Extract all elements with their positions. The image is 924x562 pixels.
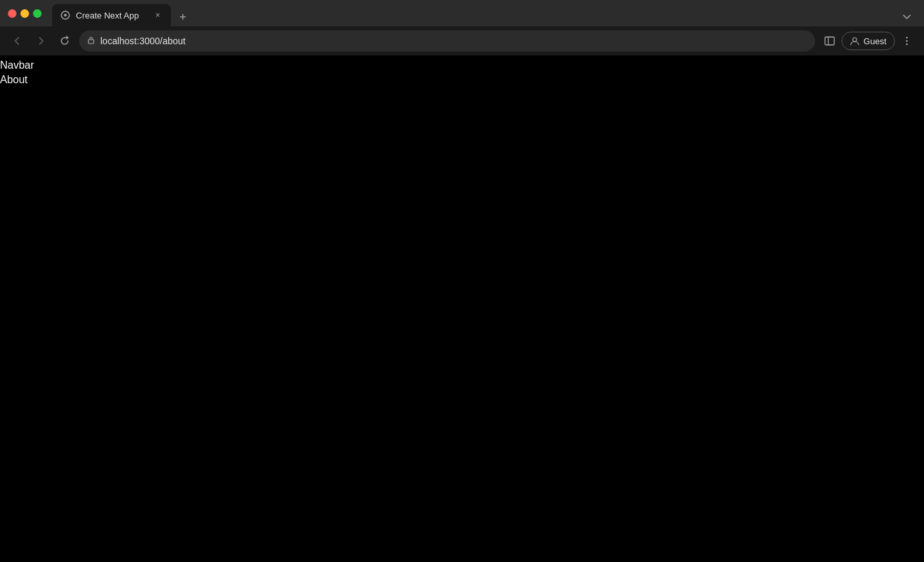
reload-button[interactable] [55, 32, 74, 50]
nav-actions: Guest [820, 32, 916, 50]
address-bar[interactable]: localhost:3000/about [79, 30, 815, 52]
page-content: Navbar About [0, 55, 924, 562]
maximize-window-button[interactable] [33, 9, 42, 18]
lock-icon [87, 36, 95, 46]
tab-title: Create Next App [76, 11, 147, 20]
back-button[interactable] [8, 32, 26, 50]
page-about-text: About [0, 73, 924, 87]
minimize-window-button[interactable] [20, 9, 29, 18]
svg-point-5 [853, 38, 857, 42]
svg-rect-3 [825, 37, 834, 45]
svg-rect-2 [88, 40, 94, 44]
tab-expand-button[interactable] [898, 8, 916, 26]
navigation-bar: localhost:3000/about Guest [0, 26, 924, 55]
more-options-button[interactable] [898, 32, 916, 50]
tab-bar: Create Next App × + [52, 0, 916, 26]
title-bar: Create Next App × + [0, 0, 924, 26]
guest-button[interactable]: Guest [842, 32, 895, 50]
svg-point-8 [906, 44, 908, 46]
tab-favicon-icon [60, 10, 71, 20]
active-tab[interactable]: Create Next App × [52, 4, 171, 26]
sidebar-toggle-button[interactable] [820, 32, 839, 50]
tab-close-button[interactable]: × [152, 10, 163, 20]
forward-button[interactable] [32, 32, 50, 50]
new-tab-button[interactable]: + [174, 8, 192, 26]
url-text: localhost:3000/about [100, 36, 807, 46]
svg-point-7 [906, 40, 908, 42]
window-controls [8, 9, 42, 18]
browser-chrome: Create Next App × + [0, 0, 924, 55]
svg-point-6 [906, 37, 908, 39]
page-navbar-text: Navbar [0, 58, 924, 73]
close-window-button[interactable] [8, 9, 16, 18]
svg-point-1 [64, 14, 67, 17]
guest-label: Guest [863, 36, 886, 46]
